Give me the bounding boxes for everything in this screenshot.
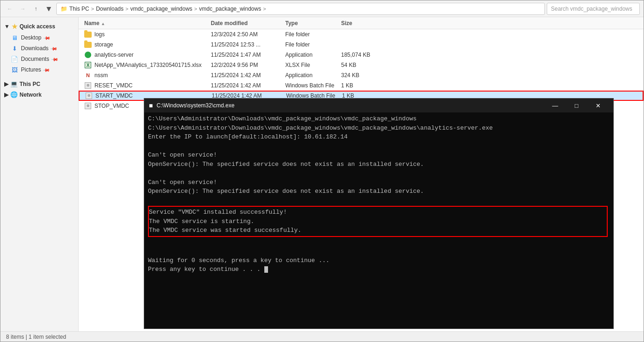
cmd-highlight-line: The VMDC service is starting. [149, 217, 607, 226]
folder-icon [84, 41, 92, 48]
batch-icon: ⚙ [84, 82, 92, 89]
pin-icon-pictures: 📌 [43, 66, 50, 73]
cmd-line [148, 196, 610, 205]
chevron-right-icon: ▶ [4, 81, 8, 87]
file-size: 324 KB [341, 72, 378, 79]
network-header[interactable]: ▶ 🌐 Network [0, 89, 78, 100]
file-size: 1 KB [341, 82, 378, 89]
address-part-3[interactable]: vmdc_package_windows [130, 6, 192, 12]
sidebar-downloads-label: Downloads [21, 45, 48, 52]
table-row[interactable]: analytics-server 11/25/2024 1:47 AM Appl… [79, 50, 644, 60]
cmd-window-controls: — □ ✕ [544, 99, 609, 112]
batch-icon: ⚙ [85, 92, 93, 99]
table-row[interactable]: X NetApp_VMAnalytics_1733205401715.xlsx … [79, 60, 644, 70]
col-header-type[interactable]: Type [285, 20, 341, 26]
address-folder-icon: 📁 [60, 6, 67, 12]
this-pc-label: This PC [20, 81, 40, 87]
sidebar-desktop-label: Desktop [21, 34, 41, 41]
pc-icon: 💻 [10, 80, 18, 87]
chevron-right-icon-net: ▶ [4, 92, 8, 98]
file-date: 11/25/2024 12:53 ... [211, 41, 285, 48]
pin-icon-documents: 📌 [51, 55, 59, 63]
folder-icon [84, 31, 92, 38]
file-size: 54 KB [341, 62, 378, 68]
table-row[interactable]: storage 11/25/2024 12:53 ... File folder [79, 39, 644, 50]
file-type: File folder [285, 41, 341, 48]
sidebar-item-downloads[interactable]: ⬇ Downloads 📌 [1, 43, 77, 53]
table-row[interactable]: N nssm 11/25/2024 1:42 AM Application 32… [79, 70, 644, 80]
sep-2: > [126, 6, 128, 12]
cmd-line: OpenService(): The specified service doe… [148, 160, 610, 169]
quick-access-header[interactable]: ▼ ★ Quick access [0, 21, 78, 32]
chevron-down-icon: ▼ [4, 23, 10, 30]
pin-icon-downloads: 📌 [50, 45, 58, 52]
star-icon: ★ [12, 23, 18, 30]
download-icon: ⬇ [11, 45, 18, 52]
file-date: 12/3/2024 2:50 AM [211, 31, 285, 38]
sidebar-pictures-label: Pictures [21, 66, 41, 73]
col-size-label: Size [341, 20, 352, 26]
cmd-line: C:\Users\Administrator\Downloads\vmdc_pa… [148, 114, 610, 124]
cmd-content: C:\Users\Administrator\Downloads\vmdc_pa… [144, 112, 613, 329]
address-part-2[interactable]: Downloads [96, 6, 123, 12]
forward-button[interactable]: → [17, 3, 28, 14]
batch-icon: ⚙ [84, 102, 92, 110]
file-name: START_VMDC [95, 92, 133, 99]
sidebar-item-pictures[interactable]: 🖼 Pictures 📌 [1, 65, 77, 75]
up-button[interactable]: ↑ [30, 3, 41, 14]
file-date: 11/25/2024 1:47 AM [211, 52, 285, 58]
app-icon-green [84, 51, 92, 59]
address-part-4[interactable]: vmdc_package_windows [199, 6, 261, 12]
file-name: analytics-server [94, 52, 134, 58]
cmd-title-text: C:\Windows\system32\cmd.exe [156, 102, 544, 109]
cmd-line: Press any key to continue . . . [148, 265, 610, 274]
cmd-maximize-button[interactable]: □ [566, 99, 587, 112]
desktop-icon: 🖥 [11, 34, 18, 41]
col-header-size[interactable]: Size [341, 20, 378, 26]
file-name: storage [94, 41, 113, 48]
quick-access-label: Quick access [20, 23, 55, 30]
search-bar[interactable]: Search vmdc_package_windows [547, 3, 640, 15]
sep-4: > [263, 6, 266, 12]
cmd-line: Waiting for 0 seconds, press a key to co… [148, 256, 610, 265]
file-date: 11/25/2024 1:42 AM [211, 72, 285, 79]
cmd-window[interactable]: ■ C:\Windows\system32\cmd.exe — □ ✕ C:\U… [144, 98, 614, 329]
file-name: STOP_VMDC [94, 103, 129, 109]
col-name-label: Name [84, 20, 100, 26]
cmd-line: OpenService(): The specified service doe… [148, 187, 610, 196]
file-size: 185,074 KB [341, 52, 378, 58]
cmd-line [148, 247, 610, 256]
col-header-name[interactable]: Name ▲ [80, 20, 211, 26]
pictures-icon: 🖼 [11, 66, 18, 73]
sidebar-item-desktop[interactable]: 🖥 Desktop 📌 [1, 33, 77, 43]
cmd-line: Can't open service! [148, 151, 610, 160]
cmd-line [148, 142, 610, 151]
network-label: Network [20, 92, 41, 98]
table-row[interactable]: logs 12/3/2024 2:50 AM File folder [79, 29, 644, 39]
network-icon: 🌐 [10, 91, 18, 98]
cmd-close-button[interactable]: ✕ [587, 99, 609, 112]
cmd-highlight-line: Service "VMDC" installed successfully! [149, 208, 607, 217]
recent-button[interactable]: ⯆ [43, 3, 54, 14]
table-row[interactable]: ⚙ RESET_VMDC 11/25/2024 1:42 AM Windows … [79, 80, 644, 91]
back-button[interactable]: ← [4, 3, 15, 14]
cmd-minimize-button[interactable]: — [544, 99, 566, 112]
address-part-1[interactable]: This PC [69, 6, 89, 12]
file-date: 11/25/2024 1:42 AM [211, 82, 285, 89]
cmd-line: Can't open service! [148, 178, 610, 187]
nssm-icon: N [84, 72, 92, 79]
col-header-date[interactable]: Date modified [211, 20, 285, 26]
file-name: NetApp_VMAnalytics_1733205401715.xlsx [94, 62, 201, 68]
cmd-highlight-line: The VMDC service was started successfull… [149, 226, 607, 235]
file-type: File folder [285, 31, 341, 38]
cmd-icon: ■ [149, 102, 153, 109]
address-bar[interactable]: 📁 This PC > Downloads > vmdc_package_win… [56, 3, 545, 15]
sidebar-item-documents[interactable]: 📄 Documents 📌 [1, 54, 77, 64]
sidebar: ▼ ★ Quick access 🖥 Desktop 📌 ⬇ Downloads… [0, 17, 79, 331]
cmd-line: Enter the IP to launch[default:localhost… [148, 132, 610, 142]
file-name: nssm [94, 72, 108, 79]
cmd-line: C:\Users\Administrator\Downloads\vmdc_pa… [148, 124, 610, 133]
sidebar-documents-label: Documents [21, 56, 49, 62]
this-pc-header[interactable]: ▶ 💻 This PC [0, 79, 78, 89]
xlsx-icon: X [84, 61, 92, 69]
